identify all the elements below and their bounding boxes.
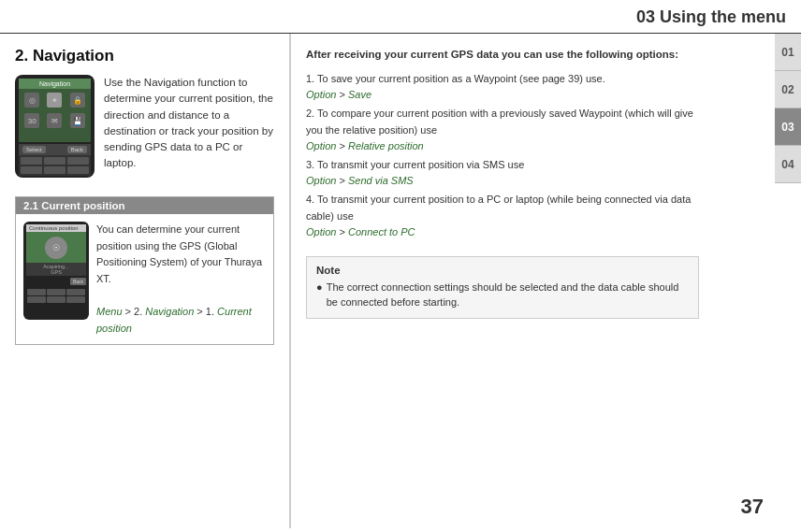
small-key-4 (27, 296, 46, 303)
note-bullet: ● The correct connection settings should… (316, 280, 689, 310)
option-label-4: Option (306, 226, 336, 237)
device-icon-6: 💾 (70, 113, 85, 128)
device-mockup-sub: Continuous position ☉ Acquiring... GPS B… (23, 222, 89, 320)
device-bottom-bar: Select Back (19, 144, 91, 155)
sub-section-header: 2.1 Current position (16, 197, 273, 214)
page-header: 03 Using the menu (0, 0, 801, 34)
option-number-3: 3. To transmit your current position via… (306, 159, 524, 170)
small-screen: Continuous position ☉ Acquiring... GPS (26, 224, 86, 276)
device-back-btn: Back (67, 146, 87, 153)
menu-path: Menu > 2. Navigation > 1. Current positi… (96, 306, 252, 334)
option-item-1: 1. To save your current position as a Wa… (306, 71, 699, 104)
left-panel: 2. Navigation Navigation ◎ ✦ 🔒 30 (0, 34, 290, 528)
main-description: After receiving your current GPS data yo… (306, 47, 699, 64)
right-content: After receiving your current GPS data yo… (306, 47, 699, 319)
option-number-4: 4. To transmit your current position to … (306, 194, 691, 222)
small-screen-content: ☉ (26, 232, 86, 263)
side-tab-01[interactable]: 01 (775, 34, 801, 71)
section-title: 2. Navigation (15, 47, 274, 65)
main-content: 2. Navigation Navigation ◎ ✦ 🔒 30 (0, 34, 801, 528)
sub-section-text: You can determine your current position … (96, 222, 266, 337)
option-action-2: Relative position (348, 140, 424, 151)
option-item-4: 4. To transmit your current position to … (306, 192, 699, 241)
option-action-1: Save (348, 89, 371, 100)
device-nav-bar: Navigation (19, 79, 91, 89)
small-key-1 (27, 289, 46, 295)
small-keys (26, 287, 86, 305)
device-icon-2: ✦ (47, 93, 62, 108)
small-device-btn-row: Back (26, 278, 86, 285)
device-key-4 (21, 166, 42, 174)
note-box: Note ● The correct connection settings s… (306, 256, 699, 319)
option-item-3: 3. To transmit your current position via… (306, 157, 699, 190)
small-key-5 (47, 296, 66, 303)
option-label-2: Option (306, 140, 336, 151)
device-icon-5: ✉ (47, 113, 62, 128)
device-mockup-main: Navigation ◎ ✦ 🔒 30 ✉ 💾 Select Ba (15, 75, 95, 178)
option-number-1: 1. To save your current position as a Wa… (306, 73, 605, 84)
device-key-5 (44, 166, 66, 174)
option-number-2: 2. To compare your current position with… (306, 108, 693, 136)
device-key-1 (21, 157, 42, 165)
main-desc-bold: After receiving your current GPS data yo… (306, 49, 678, 60)
small-screen-topbar: Continuous position (26, 224, 86, 232)
device-icon-3: 🔒 (70, 93, 85, 108)
sub-section-body: Continuous position ☉ Acquiring... GPS B… (16, 214, 273, 344)
device-icon-1: ◎ (24, 93, 39, 108)
section-body: Navigation ◎ ✦ 🔒 30 ✉ 💾 Select Ba (15, 75, 274, 185)
gps-icon: ☉ (45, 237, 67, 259)
small-key-6 (66, 296, 85, 303)
device-key-2 (44, 157, 66, 165)
device-keys (19, 155, 91, 176)
device-icon-4: 30 (24, 113, 39, 128)
header-title: 03 Using the menu (636, 7, 786, 26)
option-item-2: 2. To compare your current position with… (306, 106, 699, 155)
option-label-3: Option (306, 175, 336, 186)
section-description: Use the Navigation function to determine… (104, 75, 274, 172)
note-text: ● The correct connection settings should… (316, 280, 689, 310)
small-key-2 (47, 289, 66, 295)
small-back-btn: Back (70, 278, 86, 285)
side-tab-03[interactable]: 03 (775, 108, 801, 146)
device-select-btn: Select (22, 146, 46, 153)
side-tabs: 01 02 03 04 (775, 34, 801, 528)
option-action-4: Connect to PC (348, 226, 415, 237)
sub-section-current-position: 2.1 Current position Continuous position… (15, 196, 274, 345)
side-tab-02[interactable]: 02 (775, 71, 801, 108)
small-screen-bottom: Acquiring... GPS (26, 263, 86, 276)
device-icons-row1: ◎ ✦ 🔒 (19, 89, 91, 111)
option-action-3: Send via SMS (348, 175, 414, 186)
small-key-3 (66, 289, 85, 295)
note-title: Note (316, 265, 689, 276)
menu-label: Menu (96, 306, 123, 317)
nav-label: Navigation (145, 306, 194, 317)
side-tab-04[interactable]: 04 (775, 146, 801, 183)
device-screen: Navigation ◎ ✦ 🔒 30 ✉ 💾 (19, 79, 91, 142)
device-key-6 (67, 166, 89, 174)
right-panel: After receiving your current GPS data yo… (291, 34, 801, 528)
device-key-3 (67, 157, 89, 165)
device-icons-row2: 30 ✉ 💾 (19, 111, 91, 130)
page-number: 37 (741, 495, 764, 519)
option-label-1: Option (306, 89, 336, 100)
options-list: 1. To save your current position as a Wa… (306, 71, 699, 241)
